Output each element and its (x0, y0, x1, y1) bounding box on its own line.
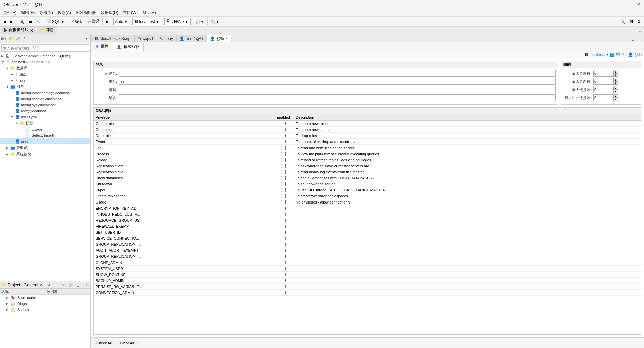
search-btn-right[interactable]: 🔍▼ (209, 18, 221, 26)
priv-enabled[interactable]: [ ] (273, 259, 293, 266)
max-user-connections-up[interactable]: ▲ (613, 94, 618, 98)
table-row[interactable]: GROUP_REPLICATION_... [ ] (94, 241, 641, 247)
table-row[interactable]: CLONE_ADMIN [ ] (94, 259, 641, 266)
table-row[interactable]: Create user [ ] To create new users (94, 127, 641, 133)
search-input[interactable] (1, 44, 90, 52)
localhost-dropdown[interactable]: 🖥 localhost ▼ (132, 18, 161, 25)
max-updates-up[interactable]: ▲ (613, 78, 618, 81)
tree-item[interactable]: 👤 mysql.session@localhost (0, 96, 90, 102)
nav-btn-filter[interactable]: ▼ (83, 35, 90, 42)
table-row[interactable]: RESOURCE_GROUP_US... [ ] (94, 217, 641, 223)
tab-close-button[interactable]: ✕ (225, 37, 228, 40)
inner-tab-schema-perms[interactable]: 👤 模式权限 (113, 43, 143, 51)
project-item[interactable]: ▶ 🔖 Bookmarks (0, 295, 90, 301)
priv-enabled[interactable]: [ ] (273, 169, 293, 175)
project-close[interactable]: ✕ (40, 283, 43, 287)
disconnect-button[interactable]: ⏏ (27, 18, 34, 26)
table-row[interactable]: Process [ ] To view the plain text of cu… (94, 151, 641, 157)
max-connections-input[interactable] (593, 86, 613, 93)
global-search-button[interactable]: 🔍 (619, 18, 627, 26)
tree-item[interactable]: 👤 mysql.sys@localhost (0, 102, 90, 108)
inner-tab-properties[interactable]: ⊞ 属性 (92, 42, 112, 51)
tree-item[interactable]: 👤 mysql.infoschema@localhost (0, 90, 90, 96)
table-row[interactable]: BACKUP_ADMIN [ ] (94, 278, 641, 284)
max-queries-input[interactable] (593, 70, 613, 77)
priv-enabled[interactable]: [ ] (273, 199, 293, 205)
settings-button[interactable]: ⚙ (636, 18, 643, 26)
tree-item[interactable]: ▼ 👥 用户 (0, 83, 90, 90)
tree-item[interactable]: ▼ 🖥 localhost - localhost:3306 (0, 59, 90, 65)
priv-enabled[interactable]: [ ] (273, 278, 293, 284)
nav-btn-sync[interactable]: ↻ (22, 35, 29, 42)
max-updates-down[interactable]: ▼ (613, 81, 618, 85)
menu-navigate[interactable]: 导航(N) (37, 9, 55, 16)
priv-enabled[interactable]: [ ] (273, 235, 293, 241)
priv-enabled[interactable]: [ ] (273, 163, 293, 169)
table-row[interactable]: Create tablespace [ ] To create/alter/dr… (94, 193, 641, 199)
table-row[interactable]: SERVICE_CONNECTIO... [ ] (94, 235, 641, 241)
table-row[interactable]: Replication slave [ ] To read binary log… (94, 169, 641, 175)
table-row[interactable]: Create role [ ] To create new roles (94, 121, 641, 127)
tab-copy[interactable]: ✎ copy (157, 35, 176, 42)
submit-button[interactable]: ✓ 提交 (69, 18, 85, 26)
auto-dropdown[interactable]: Auto ▼ (113, 18, 130, 25)
tree-item[interactable]: ▶ 👥 管理员 (0, 144, 90, 151)
run-button[interactable]: ▶ (104, 18, 110, 26)
menu-edit[interactable]: 编辑(E) (19, 9, 37, 16)
priv-enabled[interactable]: [ ] (273, 127, 293, 133)
menu-database[interactable]: 数据库(D) (99, 9, 120, 16)
table-row[interactable]: CONNECTION_ADMIN [ ] (94, 290, 641, 296)
table-row[interactable]: Event [ ] To create, alter, drop and exe… (94, 139, 641, 145)
nav-btn-link[interactable]: 🔗 (15, 35, 21, 42)
table-row[interactable]: PERSIST_RO_VARIABLE... [ ] (94, 284, 641, 290)
table-row[interactable]: Usage [ ] No privileges - allow connect … (94, 199, 641, 205)
project-link-button[interactable]: 🔗 (67, 282, 74, 288)
max-connections-up[interactable]: ▲ (613, 86, 618, 90)
sql-button[interactable]: 📝 SQL ▼ (45, 18, 66, 26)
priv-enabled[interactable]: [ ] (273, 223, 293, 229)
connect-button[interactable]: 🔌 (18, 18, 26, 26)
project-add-button[interactable]: + (53, 282, 59, 288)
priv-enabled[interactable]: [ ] (273, 145, 293, 151)
project-max-button[interactable]: □ (82, 282, 89, 288)
tab-copy1[interactable]: ✎ copy1 (135, 35, 156, 42)
project-refresh-button[interactable]: ↻ (60, 282, 67, 288)
priv-enabled[interactable]: [ ] (273, 187, 293, 193)
priv-enabled[interactable]: [ ] (273, 253, 293, 259)
table-row[interactable]: File [ ] To read and write files on the … (94, 145, 641, 151)
table-row[interactable]: Reload [ ] To reload or refresh tables, … (94, 157, 641, 163)
forward-button[interactable]: ▶ (8, 18, 15, 26)
priv-enabled[interactable]: [ ] (273, 229, 293, 235)
invalid-button[interactable]: ⚠ (35, 18, 42, 26)
menu-sql[interactable]: SQL编辑器 (74, 9, 98, 16)
tree-item[interactable]: ▶ 🗄 DBeaver Sample Database (SQLite) (0, 53, 90, 59)
table-row[interactable]: SHOW_ROUTINE [ ] (94, 272, 641, 278)
tree-item[interactable]: ▼ 📁 数据库 (0, 65, 90, 71)
max-queries-up[interactable]: ▲ (613, 70, 618, 73)
close-button[interactable]: ✕ (636, 2, 641, 7)
maximize-panel-button[interactable]: □ (637, 27, 643, 34)
priv-enabled[interactable]: [ ] (273, 133, 293, 139)
tab-max-button[interactable]: □ (637, 35, 643, 42)
priv-enabled[interactable]: [ ] (273, 205, 293, 211)
stats-button[interactable]: 📊▼ (194, 18, 206, 26)
password-field[interactable] (119, 86, 556, 93)
priv-enabled[interactable]: [ ] (273, 290, 293, 296)
priv-enabled[interactable]: [ ] (273, 193, 293, 199)
priv-enabled[interactable]: [ ] (273, 181, 293, 187)
nav-btn-new[interactable]: ⊞▼ (1, 35, 7, 42)
tree-item[interactable]: 📄 [Usage] (0, 126, 90, 132)
menu-search[interactable]: 搜索(A) (56, 9, 73, 16)
back-button[interactable]: ◀ (1, 18, 8, 26)
priv-enabled[interactable]: [ ] (273, 151, 293, 157)
tree-item[interactable]: ▼ 👤 user1@% (0, 114, 90, 120)
menu-window[interactable]: 窗口(W) (121, 9, 140, 16)
priv-enabled[interactable]: [ ] (273, 121, 293, 127)
db-dropdown[interactable]: 🗄 < N/A > ▼ (164, 18, 191, 25)
tree-item[interactable]: 👤 root@localhost (0, 108, 90, 114)
project-min-button[interactable]: _ (75, 282, 82, 288)
priv-enabled[interactable]: [ ] (273, 284, 293, 290)
table-row[interactable]: Show databases [ ] To see all databases … (94, 175, 641, 181)
confirm-field[interactable] (119, 94, 556, 101)
db-nav-close[interactable]: ✕ (30, 28, 33, 33)
